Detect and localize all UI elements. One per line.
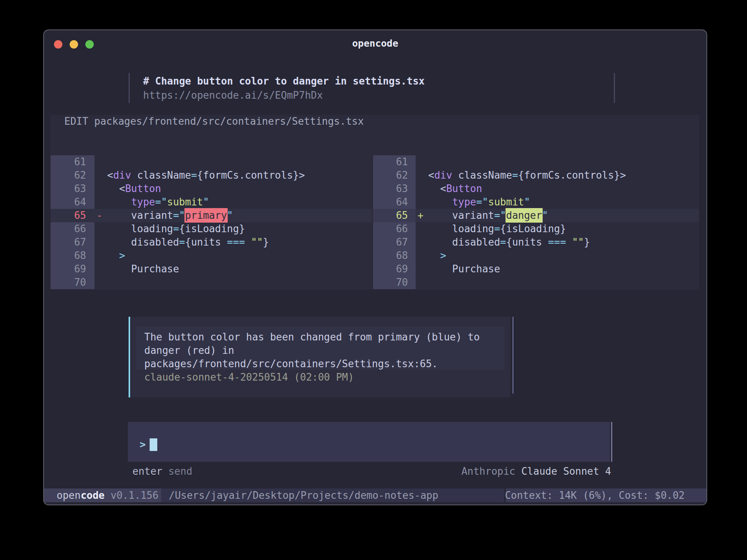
line-number: 67 — [373, 236, 416, 249]
removed-value-highlight: primary — [184, 208, 228, 223]
code-line: Purchase — [107, 262, 372, 276]
code-token: =" — [155, 196, 167, 208]
hint-action: send — [162, 466, 192, 477]
diff-marker — [95, 155, 107, 169]
message-text-line: claude-sonnet-4-20250514 (02:00 PM) — [144, 371, 354, 384]
header-left-border — [129, 73, 130, 103]
code-line: <div className={formCs.controls}> — [428, 169, 699, 182]
diff-marker — [95, 182, 107, 195]
code-line — [107, 276, 372, 289]
message-text-line: The button color has been changed from p… — [144, 330, 480, 344]
code-token: < — [428, 169, 434, 181]
prompt-scrollbar[interactable] — [611, 422, 612, 462]
line-number: 70 — [51, 276, 95, 289]
line-number: 64 — [51, 195, 95, 209]
diff-marker — [95, 276, 107, 289]
assistant-message: The button color has been changed from p… — [129, 317, 514, 397]
message-text-line: danger (red) in — [144, 344, 234, 357]
line-number: 61 — [373, 155, 416, 169]
diff-marker — [416, 249, 428, 262]
diff-marker — [416, 182, 428, 195]
code-token: < — [107, 169, 113, 181]
diff-marker — [416, 169, 428, 182]
code-token: type — [131, 196, 155, 208]
code-token: Button — [125, 183, 161, 194]
diff-row: 68 > — [51, 249, 372, 262]
line-number: 62 — [373, 169, 416, 182]
added-value-highlight: danger — [506, 208, 543, 223]
message-text-line: packages/frontend/src/containers/Setting… — [144, 357, 438, 371]
code-token: className — [452, 169, 512, 181]
diff-marker — [416, 276, 428, 289]
code-token: " — [203, 196, 209, 208]
line-number: 67 — [51, 236, 95, 249]
code-token: {formCs.controls}> — [197, 169, 305, 181]
diff-pane-right: 6162<div className={formCs.controls}>63 … — [373, 155, 699, 289]
diff-row: 63 <Button — [51, 182, 372, 195]
line-number: 64 — [373, 195, 416, 209]
code-token: > — [119, 250, 125, 261]
send-hint: enter send — [132, 465, 192, 478]
code-line: loading={isLoading} — [428, 222, 699, 236]
line-number: 68 — [51, 249, 95, 262]
diff-row: 66 loading={isLoading} — [51, 222, 372, 236]
line-number: 65 — [373, 209, 416, 222]
code-token: < — [107, 183, 125, 194]
edit-tool-panel: EDIT packages/frontend/src/containers/Se… — [51, 115, 699, 290]
code-line: <Button — [107, 182, 372, 195]
code-line — [428, 155, 699, 169]
code-token: variant — [428, 210, 494, 221]
message-scrollbar[interactable] — [512, 317, 514, 394]
model-name: Claude Sonnet 4 — [521, 466, 611, 477]
code-token — [107, 250, 119, 261]
code-token: =" — [173, 210, 185, 221]
code-token: } — [584, 236, 590, 248]
diff-row: 69 Purchase — [51, 262, 372, 276]
diff-marker — [95, 195, 107, 209]
code-token: {isLoading} — [179, 223, 245, 234]
header-right-border — [614, 73, 615, 103]
code-token: loading — [428, 223, 494, 234]
model-label: Claude Sonnet 4 — [515, 466, 611, 477]
code-token — [245, 236, 251, 248]
diff-marker — [416, 155, 428, 169]
code-token: "" — [251, 236, 263, 248]
code-token: "" — [572, 236, 584, 248]
code-line: Purchase — [428, 262, 699, 276]
code-token: = — [191, 169, 197, 181]
code-line: type="submit" — [107, 195, 372, 209]
diff-marker — [416, 222, 428, 236]
code-token: submit — [167, 196, 203, 208]
code-token: === — [227, 236, 245, 248]
code-token: } — [263, 236, 269, 248]
code-line — [428, 276, 699, 289]
code-token: Purchase — [107, 263, 179, 275]
edit-file-label: EDIT packages/frontend/src/containers/Se… — [64, 115, 364, 128]
hint-action-label: send — [168, 466, 192, 477]
line-number: 66 — [51, 222, 95, 236]
line-number: 68 — [373, 249, 416, 262]
diff-row: 70 — [51, 276, 372, 289]
line-number: 62 — [51, 169, 95, 182]
diff-marker — [416, 262, 428, 276]
code-token: {formCs.controls}> — [518, 169, 626, 181]
line-number: 61 — [51, 155, 95, 169]
context-cost-info: Context: 14K (6%), Cost: $0.02 — [505, 488, 685, 502]
share-url[interactable]: https://opencode.ai/s/EQmP7hDx — [143, 89, 323, 102]
diff-marker — [95, 249, 107, 262]
code-token: {units — [506, 236, 548, 248]
diff-row: 65+ variant="danger" — [373, 209, 699, 222]
code-token: < — [428, 183, 446, 194]
code-token — [107, 196, 131, 208]
code-token: submit — [488, 196, 524, 208]
prompt-input[interactable]: > — [128, 422, 610, 462]
diff-row: 66 loading={isLoading} — [373, 222, 699, 236]
code-token: " — [524, 196, 530, 208]
code-token: variant — [107, 210, 173, 221]
app-name-bold: code — [81, 490, 105, 501]
code-token: {isLoading} — [500, 223, 566, 234]
prompt-symbol: > — [140, 438, 146, 451]
diff-row: 64 type="submit" — [51, 195, 372, 209]
diff-marker: + — [416, 209, 428, 222]
code-line: disabled={units === ""} — [107, 236, 372, 249]
